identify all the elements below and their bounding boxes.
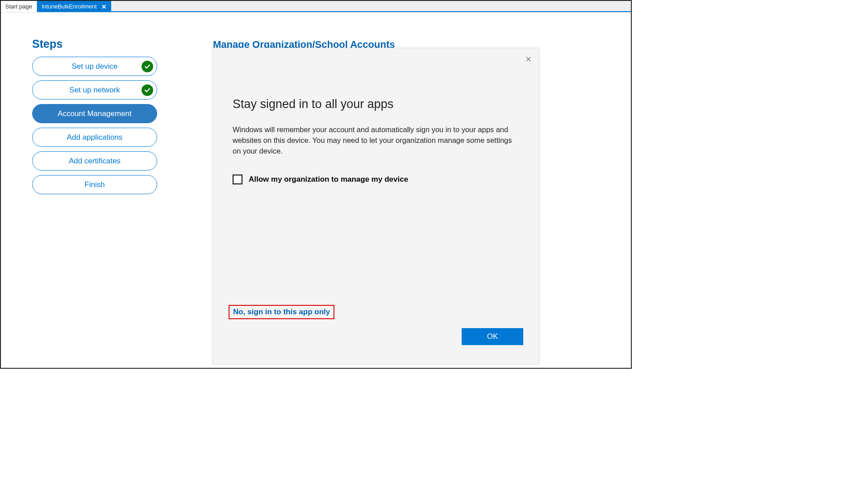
step-setup-network[interactable]: Set up network (32, 80, 157, 100)
dialog-text: Windows will remember your account and a… (233, 125, 519, 157)
checkmark-icon (142, 61, 153, 72)
close-icon[interactable]: ✕ (525, 54, 532, 64)
highlight-box: No, sign in to this app only (229, 305, 334, 319)
step-label: Add certificates (69, 157, 121, 166)
step-label: Set up network (69, 86, 120, 95)
step-add-applications[interactable]: Add applications (32, 128, 157, 147)
step-finish[interactable]: Finish (32, 175, 157, 194)
manage-device-checkbox[interactable] (233, 175, 242, 184)
close-icon[interactable]: ✕ (101, 3, 107, 10)
tab-start-page[interactable]: Start page (1, 1, 37, 12)
dialog-title: Stay signed in to all your apps (233, 97, 519, 111)
checkmark-icon (142, 84, 153, 96)
signin-dialog: ✕ Stay signed in to all your apps Window… (213, 48, 539, 364)
step-add-certificates[interactable]: Add certificates (32, 151, 157, 171)
tab-label: Start page (5, 3, 32, 10)
tab-intune[interactable]: IntuneBulkEnrollment ✕ (37, 1, 111, 12)
step-label: Finish (84, 180, 104, 189)
sidebar-title: Steps (32, 37, 157, 50)
step-setup-device[interactable]: Set up device (32, 57, 157, 76)
manage-device-checkbox-row: Allow my organization to manage my devic… (233, 175, 519, 184)
checkbox-label: Allow my organization to manage my devic… (249, 175, 408, 184)
ok-button[interactable]: OK (462, 328, 523, 345)
tab-label: IntuneBulkEnrollment (42, 3, 97, 10)
step-account-management[interactable]: Account Management (32, 104, 157, 123)
step-label: Add applications (67, 133, 123, 142)
sign-in-this-app-only-link[interactable]: No, sign in to this app only (233, 308, 330, 316)
step-label: Account Management (58, 109, 131, 118)
dialog-body: Stay signed in to all your apps Windows … (213, 48, 539, 184)
steps-sidebar: Steps Set up device Set up network Accou… (32, 37, 157, 199)
app-window: Start page IntuneBulkEnrollment ✕ Steps … (0, 0, 632, 369)
tab-bar: Start page IntuneBulkEnrollment ✕ (1, 1, 631, 12)
step-label: Set up device (71, 62, 117, 71)
